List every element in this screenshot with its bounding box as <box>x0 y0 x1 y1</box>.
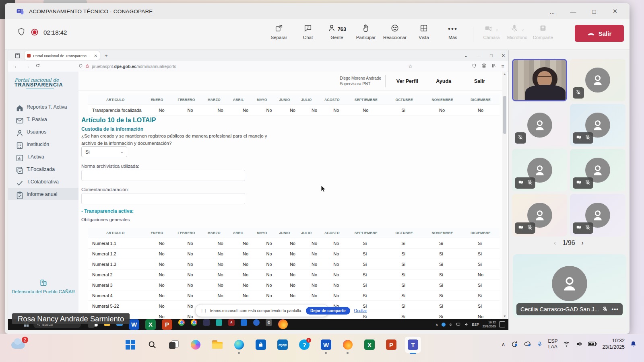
participant-tile[interactable] <box>512 104 567 146</box>
toolbar-gente-button[interactable]: 763Gente <box>325 22 349 40</box>
protections-shield-icon[interactable] <box>472 63 477 70</box>
sidebar-toggle-icon[interactable] <box>14 53 21 59</box>
chevron-down-icon[interactable]: ⌄ <box>495 27 499 32</box>
participant-tile[interactable] <box>570 194 625 237</box>
tray-app-icon[interactable] <box>442 323 446 327</box>
firefox-icon[interactable] <box>278 319 288 330</box>
participant-tile-video[interactable] <box>512 59 567 101</box>
powerpoint-icon[interactable]: P <box>162 319 172 330</box>
taskbar-myhp-button[interactable]: myhp <box>275 337 291 353</box>
header-link-ayuda[interactable]: Ayuda <box>436 78 451 84</box>
norma-input[interactable] <box>81 170 245 181</box>
header-link-ver-perfil[interactable]: Ver Perfil <box>396 78 418 84</box>
taskbar-explorer-button[interactable] <box>209 337 225 353</box>
hide-banner-link[interactable]: Ocultar <box>354 309 367 313</box>
update-icon[interactable] <box>510 340 518 348</box>
sidebar-item-usuarios[interactable]: Usuarios <box>8 125 78 138</box>
browser-tabs-dropdown-icon[interactable]: ⌄ <box>464 53 468 58</box>
reload-icon[interactable] <box>35 63 40 69</box>
window-close-button[interactable]: ✕ <box>605 3 625 19</box>
globe-icon[interactable] <box>253 319 260 330</box>
chrome-icon[interactable] <box>178 319 185 330</box>
tracking-shield-icon[interactable] <box>78 63 83 70</box>
pause-icon[interactable]: ❘❘ <box>200 309 207 313</box>
window-minimize-button[interactable]: — <box>563 3 584 19</box>
taskbar-start-button[interactable] <box>122 337 138 353</box>
device-comparte-button[interactable]: Comparte <box>531 22 555 40</box>
new-tab-button[interactable]: + <box>105 53 108 59</box>
comentario-input[interactable] <box>81 193 245 204</box>
wifi-icon[interactable] <box>563 341 570 347</box>
browser-close-button[interactable]: ✕ <box>502 53 505 58</box>
sidebar-item-instituci-n[interactable]: Institución <box>8 138 78 150</box>
toolbar-separar-button[interactable]: Separar <box>267 22 291 40</box>
leave-meeting-button[interactable]: Salir <box>575 25 624 42</box>
chrome-icon[interactable] <box>191 319 197 330</box>
account-icon[interactable] <box>481 63 487 70</box>
sidebar-item-t-colaborativa[interactable]: T.Colaborativa <box>8 175 78 188</box>
window-more-button[interactable]: ... <box>542 3 563 19</box>
toolbar-chat-button[interactable]: Chat <box>296 22 320 40</box>
tray-chevron-icon[interactable]: ∧ <box>436 323 438 327</box>
browser-tab[interactable]: Portal Nacional de Transparenc... ✕ <box>25 51 100 60</box>
taskbar-help-button[interactable]: ?! <box>296 337 312 353</box>
device-microfono-button[interactable]: ⌄Micrófono <box>506 22 529 40</box>
battery-icon[interactable] <box>588 341 597 347</box>
gear-icon[interactable]: ⚙ <box>266 319 272 330</box>
tray-display-icon[interactable] <box>456 322 461 327</box>
notification-bell-icon[interactable] <box>630 340 637 348</box>
toolbar-vista-button[interactable]: Vista <box>412 22 436 40</box>
taskbar-powerpoint-button[interactable]: P <box>383 337 399 353</box>
notification-center-icon[interactable] <box>499 321 505 327</box>
taskbar-copilot-button[interactable] <box>188 337 204 353</box>
browser-minimize-button[interactable]: — <box>477 53 481 58</box>
taskbar-taskview-button[interactable] <box>166 337 182 353</box>
tray-volume-icon[interactable] <box>464 322 469 327</box>
taskbar-store-button[interactable] <box>253 337 269 353</box>
address-bar[interactable]: pruebaspnt.dpe.gob.ec/admin/annualreport… <box>78 62 413 70</box>
forward-icon[interactable]: → <box>25 63 30 69</box>
sidebar-item-t-activa[interactable]: T.Activa <box>8 150 78 163</box>
taskbar-excel-button[interactable]: X <box>361 337 378 353</box>
tray-chevron-icon[interactable]: ∧ <box>502 341 506 347</box>
pager-next-icon[interactable]: › <box>582 239 584 247</box>
taskbar-clock[interactable]: 10:3223/1/2025 <box>602 337 625 351</box>
chevron-down-icon[interactable]: ⌄ <box>521 27 524 32</box>
participant-tile[interactable] <box>512 149 567 191</box>
tray-mic-icon[interactable] <box>449 322 452 327</box>
browser-maximize-button[interactable]: □ <box>490 53 493 58</box>
taskbar-teams-button[interactable]: T <box>405 337 421 353</box>
taskbar-word-button[interactable]: W <box>318 337 334 353</box>
lock-icon[interactable] <box>85 63 89 70</box>
sidebar-item-reportes-t-activa[interactable]: Reportes T. Activa <box>8 101 78 113</box>
header-link-salir[interactable]: Salir <box>474 78 485 84</box>
mic-in-use-icon[interactable] <box>537 340 543 348</box>
volume-icon[interactable] <box>576 341 583 347</box>
bookmark-star-icon[interactable]: ☆ <box>408 64 413 69</box>
back-icon[interactable]: ← <box>14 63 19 69</box>
sidebar-item-t-focalizada[interactable]: T.Focalizada <box>8 163 78 175</box>
language-indicator[interactable]: ESPLAA <box>548 338 557 350</box>
answer-select[interactable]: Si ⌄ <box>81 146 127 157</box>
tab-close-icon[interactable]: ✕ <box>94 53 97 58</box>
weather-widget[interactable]: 2 <box>10 337 28 352</box>
taskbar-search-button[interactable] <box>144 337 160 353</box>
photos-icon[interactable] <box>241 319 247 330</box>
scrollbar-thumb[interactable] <box>503 96 506 134</box>
sidebar-item-t-pasiva[interactable]: T. Pasiva <box>8 113 78 125</box>
participant-tile[interactable] <box>570 104 625 146</box>
participant-tile[interactable] <box>570 149 625 191</box>
content-scrollbar[interactable]: ▲ ▼ <box>502 72 507 319</box>
stop-sharing-button[interactable]: Dejar de compartir <box>306 307 350 315</box>
participant-tile[interactable] <box>512 194 567 237</box>
calc-icon[interactable] <box>203 319 210 330</box>
word-icon[interactable]: W <box>129 319 139 330</box>
taskbar-edge-button[interactable] <box>231 337 247 353</box>
pager-prev-icon[interactable]: ‹ <box>554 239 556 247</box>
library-icon[interactable] <box>491 63 496 70</box>
toolbar-mas-button[interactable]: •••Más <box>441 22 464 40</box>
teal-app-icon[interactable] <box>216 319 222 330</box>
more-options-icon[interactable]: ••• <box>611 306 619 313</box>
participant-tile[interactable] <box>570 59 625 101</box>
sidebar-item-informe-anual[interactable]: Informe anual <box>8 188 78 200</box>
